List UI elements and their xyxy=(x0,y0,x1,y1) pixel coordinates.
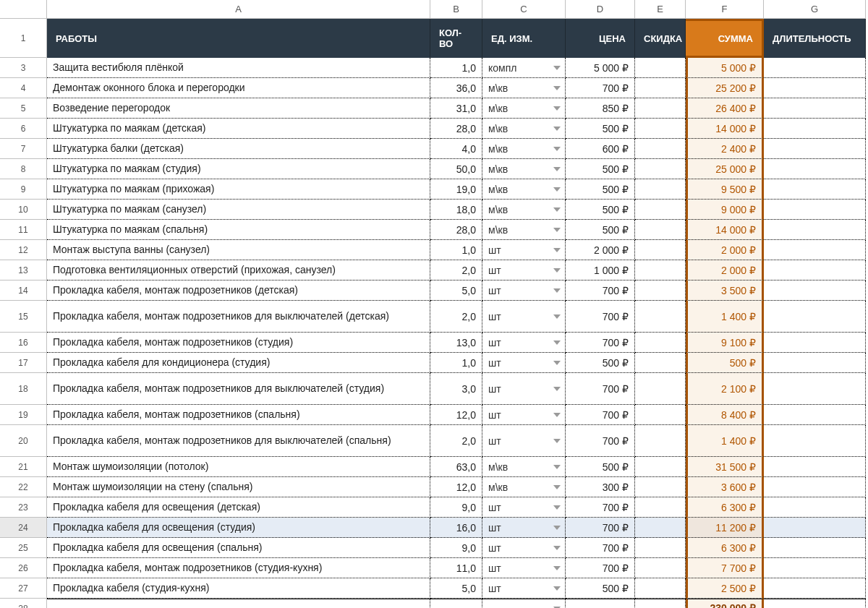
cell-sum[interactable]: 26 400 ₽ xyxy=(686,98,764,119)
cell-work[interactable]: Прокладка кабеля для освещения (студия) xyxy=(47,518,430,538)
cell-sum[interactable]: 2 000 ₽ xyxy=(686,260,764,281)
dropdown-caret-icon[interactable] xyxy=(553,127,561,131)
cell-price[interactable]: 500 ₽ xyxy=(566,353,635,373)
cell-work-total[interactable] xyxy=(47,599,430,608)
dropdown-caret-icon[interactable] xyxy=(553,228,561,232)
cell-work[interactable]: Штукатурка по маякам (студия) xyxy=(47,159,430,179)
dropdown-caret-icon[interactable] xyxy=(553,566,561,570)
col-head-F[interactable]: F xyxy=(686,0,764,19)
cell-sum[interactable]: 9 100 ₽ xyxy=(686,333,764,353)
col-head-E[interactable]: E xyxy=(635,0,686,19)
cell-work[interactable]: Демонтаж оконного блока и перегородки xyxy=(47,78,430,98)
cell-work[interactable]: Прокладка кабеля, монтаж подрозетников д… xyxy=(47,373,430,405)
row-head-27[interactable]: 27 xyxy=(0,578,47,599)
cell-unit[interactable]: шт xyxy=(482,558,566,578)
cell-qty[interactable]: 3,0 xyxy=(430,373,482,405)
cell-qty[interactable]: 19,0 xyxy=(430,179,482,200)
cell-duration[interactable] xyxy=(764,58,866,78)
cell-unit[interactable]: компл xyxy=(482,58,566,78)
cell-duration[interactable] xyxy=(764,497,866,518)
dropdown-caret-icon[interactable] xyxy=(553,341,561,345)
cell-price-total[interactable] xyxy=(566,599,635,608)
cell-work[interactable]: Прокладка кабеля для кондиционера (студи… xyxy=(47,353,430,373)
cell-work[interactable]: Штукатурка по маякам (детская) xyxy=(47,119,430,139)
cell-sum[interactable]: 8 400 ₽ xyxy=(686,405,764,425)
cell-duration[interactable] xyxy=(764,373,866,405)
cell-sum[interactable]: 14 000 ₽ xyxy=(686,119,764,139)
cell-qty[interactable]: 1,0 xyxy=(430,240,482,260)
cell-duration[interactable] xyxy=(764,119,866,139)
cell-unit[interactable]: шт xyxy=(482,425,566,457)
dropdown-caret-icon[interactable] xyxy=(553,106,561,111)
cell-sum[interactable]: 9 500 ₽ xyxy=(686,179,764,200)
row-head-16[interactable]: 16 xyxy=(0,333,47,353)
row-head-1[interactable]: 1 xyxy=(0,19,47,58)
cell-discount[interactable] xyxy=(635,58,686,78)
cell-qty[interactable]: 5,0 xyxy=(430,578,482,599)
cell-duration[interactable] xyxy=(764,260,866,281)
col-head-G[interactable]: G xyxy=(764,0,866,19)
cell-sum[interactable]: 31 500 ₽ xyxy=(686,457,764,477)
cell-discount[interactable] xyxy=(635,518,686,538)
cell-discount[interactable] xyxy=(635,119,686,139)
cell-work[interactable]: Монтаж выступа ванны (санузел) xyxy=(47,240,430,260)
cell-qty[interactable]: 63,0 xyxy=(430,457,482,477)
dropdown-caret-icon[interactable] xyxy=(553,207,561,212)
row-head-6[interactable]: 6 xyxy=(0,119,47,139)
cell-discount[interactable] xyxy=(635,457,686,477)
cell-price[interactable]: 500 ₽ xyxy=(566,578,635,599)
cell-work[interactable]: Прокладка кабеля для освещения (детская) xyxy=(47,497,430,518)
cell-unit[interactable]: м\кв xyxy=(482,200,566,220)
dropdown-caret-icon[interactable] xyxy=(553,586,561,591)
row-head-9[interactable]: 9 xyxy=(0,179,47,200)
cell-duration[interactable] xyxy=(764,558,866,578)
cell-price[interactable]: 500 ₽ xyxy=(566,220,635,240)
cell-sum[interactable]: 2 500 ₽ xyxy=(686,578,764,599)
cell-discount[interactable] xyxy=(635,78,686,98)
cell-qty-total[interactable] xyxy=(430,599,482,608)
cell-unit[interactable]: м\кв xyxy=(482,139,566,159)
cell-duration[interactable] xyxy=(764,518,866,538)
cell-unit[interactable]: шт xyxy=(482,301,566,333)
dropdown-caret-icon[interactable] xyxy=(553,361,561,365)
cell-unit[interactable]: м\кв xyxy=(482,457,566,477)
cell-unit[interactable]: м\кв xyxy=(482,119,566,139)
dropdown-caret-icon[interactable] xyxy=(553,248,561,252)
cell-duration[interactable] xyxy=(764,240,866,260)
cell-qty[interactable]: 11,0 xyxy=(430,558,482,578)
cell-price[interactable]: 700 ₽ xyxy=(566,405,635,425)
cell-work[interactable]: Прокладка кабеля (студия-кухня) xyxy=(47,578,430,599)
cell-price[interactable]: 850 ₽ xyxy=(566,98,635,119)
cell-unit[interactable]: шт xyxy=(482,497,566,518)
row-head-25[interactable]: 25 xyxy=(0,538,47,558)
cell-discount[interactable] xyxy=(635,159,686,179)
cell-discount[interactable] xyxy=(635,179,686,200)
cell-unit[interactable]: шт xyxy=(482,518,566,538)
cell-duration[interactable] xyxy=(764,200,866,220)
dropdown-caret-icon[interactable] xyxy=(553,546,561,550)
cell-duration[interactable] xyxy=(764,179,866,200)
cell-price[interactable]: 500 ₽ xyxy=(566,159,635,179)
dropdown-caret-icon[interactable] xyxy=(553,505,561,510)
row-head-20[interactable]: 20 xyxy=(0,425,47,457)
cell-discount[interactable] xyxy=(635,405,686,425)
cell-price[interactable]: 300 ₽ xyxy=(566,477,635,497)
spreadsheet-grid[interactable]: ABCDEFG1РАБОТЫКОЛ-ВОЕД. ИЗМ.ЦЕНАСКИДКАСУ… xyxy=(0,0,868,608)
row-head-4[interactable]: 4 xyxy=(0,78,47,98)
cell-duration[interactable] xyxy=(764,281,866,301)
cell-sum[interactable]: 500 ₽ xyxy=(686,353,764,373)
cell-unit[interactable]: м\кв xyxy=(482,179,566,200)
cell-unit[interactable]: шт xyxy=(482,240,566,260)
col-head-D[interactable]: D xyxy=(566,0,635,19)
cell-price[interactable]: 700 ₽ xyxy=(566,373,635,405)
row-head-19[interactable]: 19 xyxy=(0,405,47,425)
dropdown-caret-icon[interactable] xyxy=(553,86,561,90)
cell-price[interactable]: 1 000 ₽ xyxy=(566,260,635,281)
cell-sum[interactable]: 6 300 ₽ xyxy=(686,538,764,558)
cell-price[interactable]: 700 ₽ xyxy=(566,558,635,578)
cell-price[interactable]: 700 ₽ xyxy=(566,518,635,538)
row-head-3[interactable]: 3 xyxy=(0,58,47,78)
cell-duration[interactable] xyxy=(764,353,866,373)
cell-duration-total[interactable] xyxy=(764,599,866,608)
cell-qty[interactable]: 28,0 xyxy=(430,220,482,240)
